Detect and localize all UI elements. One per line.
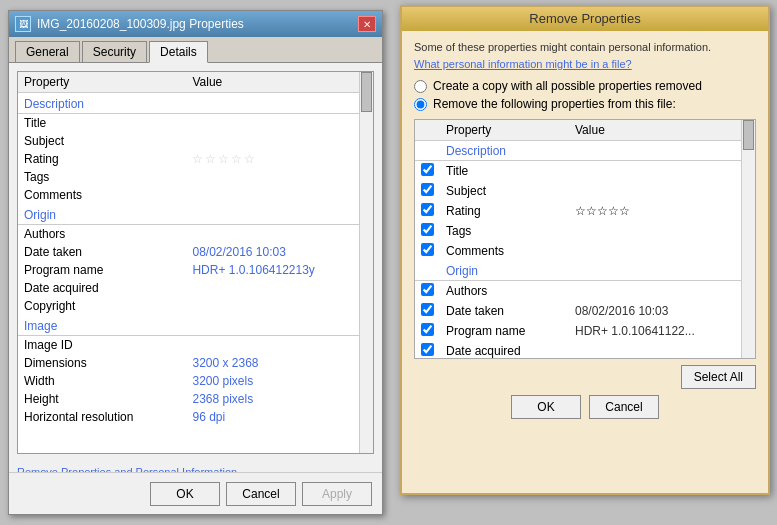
list-item: Date taken 08/02/2016 10:03 [415,301,755,321]
close-button[interactable]: ✕ [358,16,376,32]
inner-prop-subject: Subject [440,181,569,201]
inner-col-property: Property [440,120,569,141]
select-all-button[interactable]: Select All [681,365,756,389]
prop-tags-label: Tags [18,168,186,186]
radio-copy-label: Create a copy with all possible properti… [433,79,702,93]
table-row: Image ID [18,336,373,355]
right-ok-button[interactable]: OK [511,395,581,419]
checkbox-rating[interactable] [421,203,434,216]
inner-val-datetaken: 08/02/2016 10:03 [569,301,755,321]
ok-button[interactable]: OK [150,482,220,506]
checkbox-datetaken[interactable] [421,303,434,316]
check-cell-datetaken [415,301,440,321]
prop-height-value: 2368 pixels [186,390,373,408]
list-item: Rating ☆☆☆☆☆ [415,201,755,221]
check-cell-subject [415,181,440,201]
table-row: Dimensions 3200 x 2368 [18,354,373,372]
prop-rating-label: Rating [18,150,186,168]
prop-comments-label: Comments [18,186,186,204]
radio-group: Create a copy with all possible properti… [414,79,756,111]
info-text: Some of these properties might contain p… [414,41,756,53]
table-row: Authors [18,225,373,244]
checkbox-dateacquired[interactable] [421,343,434,356]
inner-section-origin: Origin [415,261,755,281]
inner-section-origin-label: Origin [440,261,755,281]
table-row: Rating ☆☆☆☆☆ [18,150,373,168]
checkbox-subject[interactable] [421,183,434,196]
checkbox-programname[interactable] [421,323,434,336]
inner-val-title [569,161,755,182]
prop-datetaken-label: Date taken [18,243,186,261]
inner-prop-comments: Comments [440,241,569,261]
check-cell-dateacquired [415,341,440,359]
section-origin-label: Origin [18,204,373,225]
prop-rating-value: ☆☆☆☆☆ [186,150,373,168]
inner-prop-authors: Authors [440,281,569,302]
section-image-label: Image [18,315,373,336]
prop-datetaken-value: 08/02/2016 10:03 [186,243,373,261]
radio-copy[interactable] [414,80,427,93]
right-ok-cancel: OK Cancel [414,395,756,419]
checkbox-comments[interactable] [421,243,434,256]
apply-button[interactable]: Apply [302,482,372,506]
list-item: Subject [415,181,755,201]
tab-general[interactable]: General [15,41,80,62]
list-item: Comments [415,241,755,261]
inner-prop-dateacquired: Date acquired [440,341,569,359]
inner-prop-programname: Program name [440,321,569,341]
inner-section-check [415,141,440,161]
radio-remove[interactable] [414,98,427,111]
inner-scrollbar[interactable] [741,120,755,358]
details-panel: Property Value Description Title Subject [9,63,382,462]
prop-programname-label: Program name [18,261,186,279]
remove-properties-title: Remove Properties [402,7,768,31]
tab-details[interactable]: Details [149,41,208,63]
section-image: Image [18,315,373,336]
prop-programname-value: HDR+ 1.0.106412213y [186,261,373,279]
prop-copyright-value [186,297,373,315]
prop-subject-value [186,132,373,150]
prop-title-value [186,114,373,133]
scrollbar[interactable] [359,72,373,453]
col-header-value: Value [186,72,373,93]
checkbox-authors[interactable] [421,283,434,296]
prop-copyright-label: Copyright [18,297,186,315]
prop-dateacquired-label: Date acquired [18,279,186,297]
prop-subject-label: Subject [18,132,186,150]
inner-section-description-label: Description [440,141,755,161]
tab-bar: General Security Details [9,37,382,63]
info-link[interactable]: What personal information might be in a … [414,58,632,70]
checkbox-title[interactable] [421,163,434,176]
section-description: Description [18,93,373,114]
window-icon: 🖼 [15,16,31,32]
list-item: Date acquired [415,341,755,359]
inner-val-comments [569,241,755,261]
inner-section-description: Description [415,141,755,161]
list-item: Authors [415,281,755,302]
inner-val-authors [569,281,755,302]
right-cancel-button[interactable]: Cancel [589,395,659,419]
table-row: Comments [18,186,373,204]
table-row: Subject [18,132,373,150]
inner-val-dateacquired [569,341,755,359]
prop-dateacquired-value [186,279,373,297]
tab-security[interactable]: Security [82,41,147,62]
remove-properties-body: Some of these properties might contain p… [402,31,768,429]
prop-hres-value: 96 dpi [186,408,373,426]
radio-remove-label: Remove the following properties from thi… [433,97,676,111]
property-table-wrap: Property Value Description Title Subject [17,71,374,454]
section-description-label: Description [18,93,373,114]
checkbox-tags[interactable] [421,223,434,236]
inner-prop-tags: Tags [440,221,569,241]
inner-val-subject [569,181,755,201]
prop-tags-value [186,168,373,186]
prop-comments-value [186,186,373,204]
cancel-button[interactable]: Cancel [226,482,296,506]
inner-rating-stars: ☆☆☆☆☆ [575,204,630,218]
table-row: Date acquired [18,279,373,297]
inner-origin-check [415,261,440,281]
inner-prop-title: Title [440,161,569,182]
prop-hres-label: Horizontal resolution [18,408,186,426]
remove-properties-window: Remove Properties Some of these properti… [400,5,770,495]
scrollbar-thumb [361,72,372,112]
